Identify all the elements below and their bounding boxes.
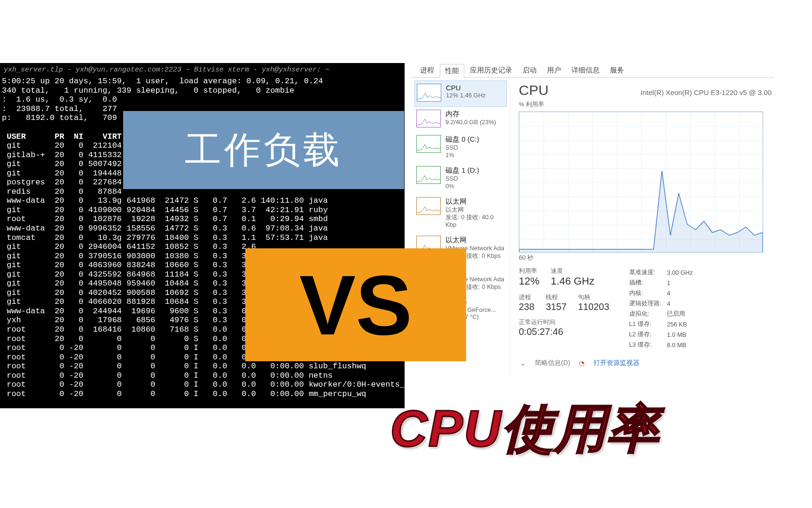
overlay-vs-label: VS <box>245 248 466 361</box>
sidebar-thumb-icon <box>416 135 441 153</box>
spec-row: 插槽:1 <box>629 278 698 287</box>
spec-row: 基准速度:3.00 GHz <box>629 268 698 277</box>
process-row: root 0 -20 0 0 0 I 0.0 0.0 0:00.00 kwork… <box>0 380 405 389</box>
spec-row: L2 缓存:1.0 MB <box>629 330 698 339</box>
terminal-title: yxh_server.tlp - yxh@yun.rangotec.com:22… <box>0 66 405 77</box>
process-row: root 0 -20 0 0 0 I 0.0 0.0 0:00.00 mm_pe… <box>0 389 405 399</box>
sidebar-item-sub: SSD 0% <box>445 175 479 190</box>
terminal-cpu: : 1.6 us, 0.3 sy, 0.0 <box>0 95 405 104</box>
stat-util-value: 12% <box>519 275 539 287</box>
cpu-utilization-chart <box>519 111 763 253</box>
sidebar-item-0[interactable]: CPU12% 1.46 GHz <box>414 80 507 107</box>
stat-util-label: 利用率 <box>519 267 539 275</box>
task-manager-tabs: 进程性能应用历史记录启动用户详细信息服务 <box>412 63 773 78</box>
cpu-detail-pane: CPU Intel(R) Xeon(R) CPU E3-1220 v5 @ 3.… <box>510 78 773 379</box>
overlay-workload-label: 工作负载 <box>123 111 404 189</box>
tab-用户[interactable]: 用户 <box>542 64 566 77</box>
chart-x-label: 60 秒 <box>519 254 773 262</box>
tab-启动[interactable]: 启动 <box>518 64 541 77</box>
sidebar-item-name: 以太网 <box>445 236 504 245</box>
process-row: root 0 -20 0 0 0 I 0.0 0.0 0:00.00 netns <box>0 371 405 381</box>
sidebar-thumb-icon <box>416 197 441 215</box>
sidebar-item-1[interactable]: 内存9.2/40.0 GB (23%) <box>414 107 507 132</box>
terminal-uptime: 5:00:25 up 20 days, 15:59, 1 user, load … <box>0 77 405 86</box>
sidebar-item-name: CPU <box>446 84 486 92</box>
spec-row: L3 缓存:8.0 MB <box>629 340 698 349</box>
tab-服务[interactable]: 服务 <box>605 64 629 77</box>
tab-进程[interactable]: 进程 <box>415 64 439 77</box>
overlay-cpu-usage-label: CPU使用率 <box>390 394 660 464</box>
stat-handles-value: 110203 <box>578 302 609 312</box>
stat-threads-label: 线程 <box>546 293 567 302</box>
sidebar-item-sub: 9.2/40.0 GB (23%) <box>445 119 496 126</box>
process-row: tomcat 20 0 10.3g 279776 18400 S 0.3 1.1… <box>0 233 405 243</box>
stat-proc-value: 238 <box>519 302 534 312</box>
stat-uptime-label: 正常运行时间 <box>519 318 609 326</box>
resource-monitor-link[interactable]: 打开资源监视器 <box>593 359 640 367</box>
stat-speed-label: 速度 <box>551 267 594 275</box>
process-row: root 20 0 102876 19228 14932 S 0.7 0.1 0… <box>0 214 405 224</box>
sidebar-item-2[interactable]: 磁盘 0 (C:)SSD 1% <box>414 132 507 163</box>
sidebar-item-sub: 以太网 发送: 0 接收: 40.0 Kbp <box>445 206 505 228</box>
process-row: www-data 20 0 9996352 158556 14772 S 0.3… <box>0 224 405 233</box>
sidebar-item-name: 内存 <box>445 110 496 119</box>
tab-应用历史记录[interactable]: 应用历史记录 <box>465 64 517 77</box>
stat-handles-label: 句柄 <box>578 293 609 302</box>
sidebar-thumb-icon <box>417 84 441 102</box>
brief-info-link[interactable]: 简略信息(D) <box>535 359 570 367</box>
stat-threads-value: 3157 <box>546 302 567 312</box>
process-row: root 0 -20 0 0 0 I 0.0 0.0 0:00.00 slub_… <box>0 362 405 371</box>
sidebar-item-4[interactable]: 以太网以太网 发送: 0 接收: 40.0 Kbp <box>414 194 507 233</box>
chevron-down-icon: ⌄ <box>519 359 527 367</box>
tab-详细信息[interactable]: 详细信息 <box>567 64 604 77</box>
terminal-tasks: 340 total, 1 running, 339 sleeping, 0 st… <box>0 86 405 95</box>
sidebar-item-name: 以太网 <box>445 197 505 206</box>
process-row: git 20 0 4109000 920484 14456 S 0.7 3.7 … <box>0 206 405 215</box>
spec-row: 内核:4 <box>629 288 698 298</box>
stat-proc-label: 进程 <box>519 293 534 302</box>
sidebar-item-sub: SSD 1% <box>445 144 479 159</box>
spec-row: 虚拟化:已启用 <box>629 309 698 318</box>
util-axis-label: % 利用率 <box>519 100 773 109</box>
sidebar-item-name: 磁盘 0 (C:) <box>445 135 479 144</box>
sidebar-item-name: 磁盘 1 (D:) <box>445 166 479 175</box>
sidebar-thumb-icon <box>416 110 441 127</box>
process-row: www-data 20 0 13.9g 641968 21472 S 0.7 2… <box>0 196 405 206</box>
sidebar-item-sub: 12% 1.46 GHz <box>446 92 486 99</box>
spec-row: 逻辑处理器:4 <box>629 299 698 308</box>
sidebar-item-3[interactable]: 磁盘 1 (D:)SSD 0% <box>414 163 507 194</box>
sidebar-thumb-icon <box>416 166 441 184</box>
spec-row: L1 缓存:256 KB <box>629 319 698 329</box>
cpu-spec-table: 基准速度:3.00 GHz插槽:1内核:4逻辑处理器:4虚拟化:已启用L1 缓存… <box>628 267 699 350</box>
cpu-model: Intel(R) Xeon(R) CPU E3-1220 v5 @ 3.00 <box>640 88 772 96</box>
monitor-icon: ◔ <box>578 359 586 367</box>
stat-speed-value: 1.46 GHz <box>551 275 594 287</box>
cpu-title: CPU <box>519 82 548 98</box>
stat-uptime-value: 0:05:27:46 <box>519 326 609 337</box>
tab-性能[interactable]: 性能 <box>440 64 464 78</box>
